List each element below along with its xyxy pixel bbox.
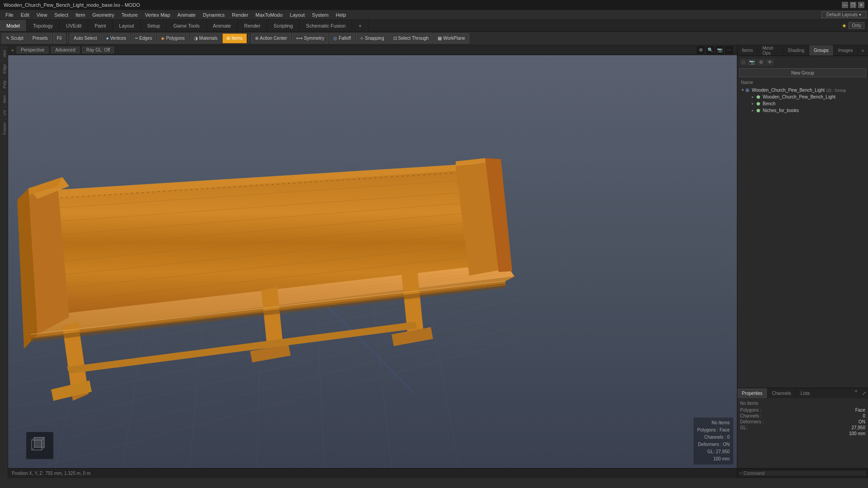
right-bottom-tabs: Properties Channels Lists + ⤢: [737, 388, 868, 398]
titlebar-controls: — ❐ ✕: [842, 2, 864, 8]
toolbar-separator-2: [249, 34, 249, 43]
polygons-button[interactable]: ◆ Polygons: [157, 33, 189, 43]
menubar: File Edit View Select Item Geometry Text…: [0, 10, 868, 20]
viewport-expand-icon[interactable]: ▸: [12, 47, 14, 52]
tab-schematic-fusion[interactable]: Schematic Fusion: [300, 20, 352, 31]
menu-animate[interactable]: Animate: [174, 11, 199, 19]
edges-button[interactable]: ━ Edges: [131, 33, 156, 43]
menu-layout[interactable]: Layout: [286, 11, 308, 19]
menu-render[interactable]: Render: [228, 11, 252, 19]
vp-icon-more[interactable]: ⋯: [725, 46, 733, 54]
left-tab-item[interactable]: Item: [0, 92, 8, 106]
symmetry-icon: ⟺: [296, 36, 302, 41]
viewport-header: ▸ Perspective Advanced Ray GL: Off ⚙ 🔍 📷…: [8, 45, 737, 55]
right-tab-shading[interactable]: Shading: [783, 45, 809, 56]
falloff-button[interactable]: ◎ Falloff: [329, 33, 355, 43]
right-tab-mesh-ops[interactable]: Mesh Ops: [758, 45, 783, 56]
group-icon-settings[interactable]: ⚙: [757, 59, 765, 66]
menu-geometry[interactable]: Geometry: [89, 11, 118, 19]
tab-setup[interactable]: Setup: [141, 20, 167, 31]
tab-topology[interactable]: Topology: [27, 20, 60, 31]
main-area: Vert Edge Poly Item UV Fusion ▸ Perspect…: [0, 45, 868, 478]
minimize-button[interactable]: —: [842, 2, 848, 8]
tree-item-mesh-1[interactable]: ▸ ⬟ Wooden_Church_Pew_Bench_Light: [739, 94, 866, 100]
menu-select[interactable]: Select: [51, 11, 72, 19]
right-tab-items[interactable]: Items: [737, 45, 758, 56]
maximize-button[interactable]: ❐: [850, 2, 856, 8]
right-tabs-add[interactable]: +: [858, 45, 868, 56]
left-tab-edge[interactable]: Edge: [0, 61, 8, 76]
tab-animate[interactable]: Animate: [207, 20, 238, 31]
left-tab-poly[interactable]: Poly: [0, 77, 8, 91]
perspective-button[interactable]: Perspective: [17, 47, 48, 53]
presets-button[interactable]: Presets: [28, 33, 52, 43]
only-button[interactable]: Only: [849, 22, 864, 29]
menu-dynamics[interactable]: Dynamics: [199, 11, 228, 19]
tree-mesh-icon-niches: ⬟: [756, 108, 763, 113]
advanced-button[interactable]: Advanced: [51, 47, 79, 53]
tab-layout[interactable]: Layout: [113, 20, 141, 31]
menu-system[interactable]: System: [308, 11, 332, 19]
items-button[interactable]: ⊞ Items: [222, 33, 246, 43]
ray-gl-button[interactable]: Ray GL: Off: [82, 47, 114, 53]
left-tab-vert[interactable]: Vert: [0, 47, 8, 60]
menu-edit[interactable]: Edit: [17, 11, 33, 19]
menu-maxtomodo[interactable]: MaxToModo: [252, 11, 286, 19]
tree-item-bench[interactable]: ▸ ⬟ Bench: [739, 100, 866, 107]
sculpt-button[interactable]: ✎ Sculpt: [2, 33, 28, 43]
fill-button[interactable]: Fil: [53, 33, 66, 43]
select-through-icon: ⊡: [393, 36, 397, 41]
new-group-button[interactable]: New Group: [739, 68, 866, 77]
statusbar: Position X, Y, Z: 755 mm, 1.325 m, 0 m: [8, 468, 737, 478]
left-tab-uv[interactable]: UV: [0, 107, 8, 118]
tab-scripting[interactable]: Scripting: [267, 20, 300, 31]
snapping-button[interactable]: ⊹ Snapping: [356, 33, 388, 43]
tab-uvedit[interactable]: UVEdit: [60, 20, 88, 31]
tree-arrow-mesh1: ▸: [752, 95, 756, 99]
titlebar-title: Wooden_Church_Pew_Bench_Light_modo_base.…: [4, 2, 140, 8]
tab-add[interactable]: +: [352, 20, 368, 31]
rb-expand-button[interactable]: ⤢: [860, 388, 868, 398]
tree-item-root-group[interactable]: ▼ ⊞ Wooden_Church_Pew_Bench_Light (2) : …: [739, 87, 866, 94]
tab-model[interactable]: Model: [0, 20, 27, 31]
materials-button[interactable]: ◑ Materials: [190, 33, 222, 43]
left-tab-fusion[interactable]: Fusion: [0, 119, 8, 137]
workplane-button[interactable]: ▦ WorkPlane: [434, 33, 469, 43]
vp-icon-zoom[interactable]: 🔍: [706, 46, 714, 54]
menu-view[interactable]: View: [33, 11, 51, 19]
menu-file[interactable]: File: [2, 11, 17, 19]
right-tab-groups[interactable]: Groups: [809, 45, 834, 56]
tab-game-tools[interactable]: Game Tools: [167, 20, 207, 31]
tree-item-niches[interactable]: ▸ ⬟ Niches_for_books: [739, 107, 866, 114]
group-icon-eye[interactable]: 👁: [766, 59, 774, 66]
rb-tab-lists[interactable]: Lists: [796, 388, 815, 398]
prop-channels: Channels : 0: [740, 413, 865, 418]
layouts-selector[interactable]: Default Layouts ▾: [821, 11, 866, 18]
rb-tab-channels[interactable]: Channels: [768, 388, 796, 398]
action-center-button[interactable]: ⊕ Action Center: [251, 33, 292, 43]
tab-render[interactable]: Render: [238, 20, 267, 31]
auto-select-button[interactable]: Auto Select: [70, 33, 101, 43]
group-icon-new[interactable]: □: [740, 59, 746, 66]
stat-polygons: Polygons : Face: [697, 427, 730, 434]
menu-vertex-map[interactable]: Vertex Map: [142, 11, 174, 19]
select-through-button[interactable]: ⊡ Select Through: [389, 33, 433, 43]
tab-paint[interactable]: Paint: [88, 20, 113, 31]
group-icon-camera[interactable]: 📷: [747, 59, 756, 66]
menu-item[interactable]: Item: [72, 11, 89, 19]
axes-indicator: [26, 432, 53, 459]
rb-tab-properties[interactable]: Properties: [737, 388, 768, 398]
menu-help[interactable]: Help: [332, 11, 350, 19]
stat-size: 100 mm: [697, 455, 730, 463]
right-tab-images[interactable]: Images: [834, 45, 858, 56]
vp-icon-cam[interactable]: 📷: [716, 46, 724, 54]
vertices-button[interactable]: ● Vertices: [102, 33, 130, 43]
vp-icon-settings[interactable]: ⚙: [697, 46, 705, 54]
symmetry-button[interactable]: ⟺ Symmetry: [292, 33, 328, 43]
viewport-3d[interactable]: No Items Polygons : Face Channels : 0 De…: [8, 55, 737, 468]
close-button[interactable]: ✕: [858, 2, 864, 8]
toptabs-right: ★ Only: [842, 20, 868, 31]
command-input[interactable]: [742, 471, 866, 476]
rb-tab-add[interactable]: +: [852, 388, 860, 398]
menu-texture[interactable]: Texture: [118, 11, 142, 19]
